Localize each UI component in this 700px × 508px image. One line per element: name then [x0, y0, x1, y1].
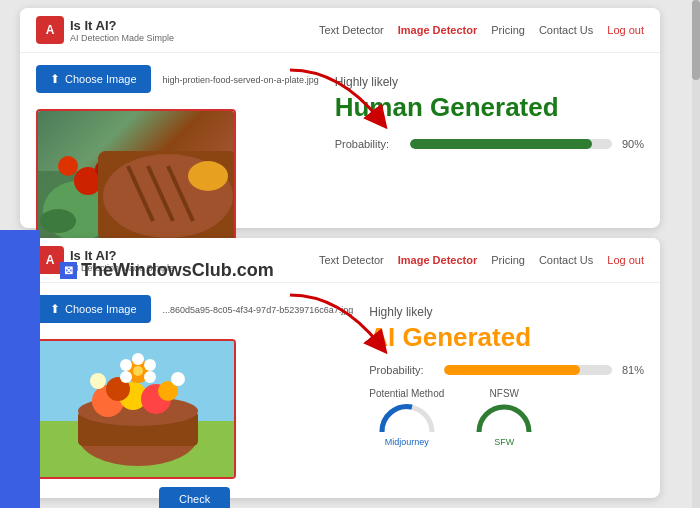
svg-point-4 [58, 156, 78, 176]
gauge-nsfw: NFSW SFW [474, 388, 534, 447]
probability-pct-2: 81% [622, 364, 644, 376]
nsfw-label: NFSW [490, 388, 519, 399]
file-name-1: high-protien-food-served-on-a-plate.jpg [163, 75, 319, 85]
nav-text-detector-1[interactable]: Text Detector [319, 24, 384, 36]
card-human-generated: A Is It AI? AI Detection Made Simple Tex… [20, 8, 660, 228]
choose-image-btn-1[interactable]: ⬆ Choose Image [36, 65, 151, 93]
choose-btn-label-1: Choose Image [65, 73, 137, 85]
potential-method-label: Potential Method [369, 388, 444, 399]
watermark: ⊠ TheWindowsClub.com [60, 260, 274, 281]
navbar-1: A Is It AI? AI Detection Made Simple Tex… [20, 8, 660, 53]
gauge-2 [474, 399, 534, 435]
svg-point-25 [144, 359, 156, 371]
progress-bar-1 [410, 139, 612, 149]
svg-point-24 [132, 353, 144, 365]
check-btn[interactable]: Check [159, 487, 230, 508]
file-name-2: ...860d5a95-8c05-4f34-97d7-b5239716c6a7.… [163, 305, 354, 315]
nav-text-detector-2[interactable]: Text Detector [319, 254, 384, 266]
card-body-2: ⬆ Choose Image ...860d5a95-8c05-4f34-97d… [20, 283, 660, 508]
gauge-potential-method: Potential Method Midjourney [369, 388, 444, 447]
result-human: Human Generated [335, 93, 644, 122]
food-image-container-2 [36, 339, 236, 479]
svg-point-11 [188, 161, 228, 191]
scrollbar-thumb[interactable] [692, 0, 700, 80]
logo-icon-1: A [36, 16, 64, 44]
nav-pricing-2[interactable]: Pricing [491, 254, 525, 266]
card-body-1: ⬆ Choose Image high-protien-food-served-… [20, 53, 660, 261]
progress-fill-1 [410, 139, 592, 149]
svg-point-29 [133, 366, 143, 376]
nav-pricing-1[interactable]: Pricing [491, 24, 525, 36]
nav-logout-1[interactable]: Log out [607, 24, 644, 36]
probability-label-2: Probability: [369, 364, 434, 376]
watermark-text: TheWindowsClub.com [81, 260, 274, 281]
highly-likely-2: Highly likely [369, 305, 644, 319]
watermark-icon: ⊠ [60, 262, 77, 279]
nav-image-detector-1[interactable]: Image Detector [398, 24, 477, 36]
blue-sidebar [0, 230, 40, 508]
gauge-1-name: Midjourney [385, 437, 429, 447]
food-image-1 [38, 111, 234, 247]
probability-pct-1: 90% [622, 138, 644, 150]
left-panel-2: ⬆ Choose Image ...860d5a95-8c05-4f34-97d… [36, 295, 353, 508]
probability-label-1: Probability: [335, 138, 400, 150]
input-row-2: ⬆ Choose Image ...860d5a95-8c05-4f34-97d… [36, 295, 353, 331]
gauge-1 [377, 399, 437, 435]
highly-likely-1: Highly likely [335, 75, 644, 89]
choose-image-btn-2[interactable]: ⬆ Choose Image [36, 295, 151, 323]
food-image-container-1 [36, 109, 236, 249]
svg-point-2 [40, 209, 76, 233]
food-image-2 [38, 341, 234, 477]
choose-btn-label-2: Choose Image [65, 303, 137, 315]
svg-point-30 [90, 373, 106, 389]
upload-icon-2: ⬆ [50, 302, 60, 316]
progress-fill-2 [444, 365, 580, 375]
right-panel-1: Highly likely Human Generated Probabilit… [335, 65, 644, 249]
input-row-1: ⬆ Choose Image high-protien-food-served-… [36, 65, 319, 101]
upload-icon-1: ⬆ [50, 72, 60, 86]
logo-subtitle-1: AI Detection Made Simple [70, 33, 174, 43]
scrollbar[interactable] [692, 0, 700, 508]
nav-links-2: Text Detector Image Detector Pricing Con… [319, 254, 644, 266]
gauge-2-name: SFW [494, 437, 514, 447]
right-panel-2: Highly likely AI Generated Probability: … [369, 295, 644, 508]
svg-point-27 [144, 371, 156, 383]
nav-image-detector-2[interactable]: Image Detector [398, 254, 477, 266]
svg-point-28 [120, 371, 132, 383]
svg-point-31 [171, 372, 185, 386]
logo-title-1: Is It AI? [70, 18, 174, 33]
progress-bar-2 [444, 365, 612, 375]
result-ai: AI Generated [369, 323, 644, 352]
svg-point-26 [120, 359, 132, 371]
nav-logout-2[interactable]: Log out [607, 254, 644, 266]
left-panel-1: ⬆ Choose Image high-protien-food-served-… [36, 65, 319, 249]
nav-contact-2[interactable]: Contact Us [539, 254, 593, 266]
logo-text-1: Is It AI? AI Detection Made Simple [70, 18, 174, 43]
nav-links-1: Text Detector Image Detector Pricing Con… [319, 24, 644, 36]
probability-row-2: Probability: 81% [369, 364, 644, 376]
probability-row-1: Probability: 90% [335, 138, 644, 150]
nav-contact-1[interactable]: Contact Us [539, 24, 593, 36]
